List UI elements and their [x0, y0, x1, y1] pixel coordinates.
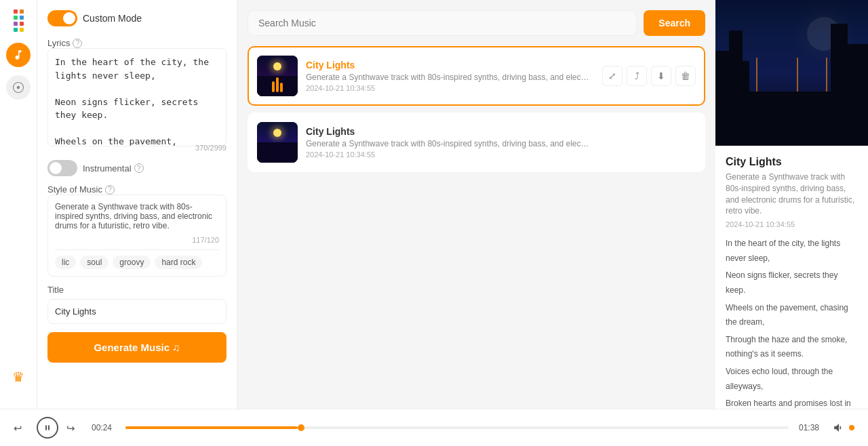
tag-hard-rock[interactable]: hard rock: [155, 256, 202, 269]
custom-mode-toggle: Custom Mode: [47, 10, 226, 26]
progress-bar[interactable]: [125, 426, 789, 429]
right-lyrics: In the heart of the city, the lights nev…: [726, 237, 858, 409]
instrumental-help-icon[interactable]: ?: [134, 163, 144, 173]
lyric-line-1: In the heart of the city, the lights nev…: [726, 237, 858, 266]
svg-text:↩: ↩: [14, 423, 22, 434]
instrumental-label: Instrumental ?: [83, 163, 144, 174]
track-thumb-1: [257, 56, 298, 96]
track-info-1: City Lights Generate a Synthwave track w…: [306, 60, 594, 92]
svg-rect-4: [48, 426, 50, 430]
style-tags: lic soul groovy hard rock: [55, 249, 219, 269]
lyric-line-6: Broken hearts and promises lost in the: [726, 397, 858, 409]
lyric-line-2: Neon signs flicker, secrets they keep.: [726, 268, 858, 298]
lyrics-input[interactable]: In the heart of the city, the lights nev…: [47, 48, 226, 146]
style-text: Generate a Synthwave track with 80s-insp…: [55, 202, 212, 230]
left-panel: Custom Mode Lyrics ? In the heart of the…: [37, 0, 237, 409]
track-thumb-2: [257, 122, 298, 163]
progress-dot: [298, 424, 304, 431]
lyrics-label: Lyrics ?: [47, 38, 226, 48]
right-panel: City Lights Generate a Synthwave track w…: [715, 0, 868, 409]
svg-rect-3: [45, 426, 47, 430]
instrumental-switch[interactable]: [47, 160, 77, 176]
track-date-2: 2024-10-21 10:34:55: [306, 150, 696, 159]
lyrics-help-icon[interactable]: ?: [73, 39, 82, 48]
title-section: Title: [47, 285, 226, 324]
lyric-line-3: Wheels on the pavement, chasing the drea…: [726, 301, 858, 330]
style-label: Style of Music ?: [47, 184, 226, 195]
right-track-date: 2024-10-21 10:34:55: [726, 220, 858, 228]
title-input[interactable]: [47, 299, 226, 324]
tag-soul[interactable]: soul: [80, 256, 108, 269]
expand-icon[interactable]: ⤢: [602, 66, 623, 86]
search-button[interactable]: Search: [644, 10, 705, 36]
track-title-1: City Lights: [306, 60, 594, 70]
style-section: Style of Music ? Generate a Synthwave tr…: [47, 184, 226, 277]
app-logo: [11, 7, 26, 35]
right-track-title: City Lights: [726, 156, 858, 168]
track-card-2[interactable]: City Lights Generate a Synthwave track w…: [248, 113, 705, 172]
rewind-button[interactable]: ↩: [14, 420, 28, 435]
volume-area: [833, 422, 854, 434]
title-label: Title: [47, 285, 226, 295]
vinyl-icon[interactable]: [6, 75, 31, 100]
cover-image: [715, 0, 868, 146]
volume-dot: [849, 425, 854, 430]
delete-icon[interactable]: 🗑: [675, 66, 696, 86]
style-music-box[interactable]: Generate a Synthwave track with 80s-insp…: [47, 195, 226, 277]
time-total: 01:38: [799, 423, 823, 432]
search-bar: Search: [248, 10, 705, 36]
svg-text:↪: ↪: [66, 423, 75, 434]
right-track-desc: Generate a Synthwave track with 80s-insp…: [726, 171, 858, 217]
volume-icon[interactable]: [833, 422, 845, 434]
time-current: 00:24: [92, 423, 115, 432]
style-help-icon[interactable]: ?: [105, 185, 115, 195]
fast-forward-button[interactable]: ↪: [66, 420, 81, 435]
right-content: City Lights Generate a Synthwave track w…: [715, 146, 868, 409]
tag-lic[interactable]: lic: [55, 256, 76, 269]
bottom-player: ↩ ↪ 00:24 01:38: [0, 409, 868, 446]
track-desc-1: Generate a Synthwave track with 80s-insp…: [306, 73, 591, 82]
track-desc-2: Generate a Synthwave track with 80s-insp…: [306, 139, 591, 148]
middle-panel: Search City Lights Gen: [237, 0, 715, 409]
style-char-count: 117/120: [55, 236, 219, 244]
crown-icon: ♛: [12, 369, 24, 385]
track-list: City Lights Generate a Synthwave track w…: [248, 46, 705, 172]
instrumental-row: Instrumental ?: [47, 160, 226, 176]
custom-mode-switch[interactable]: [47, 10, 77, 26]
track-date-1: 2024-10-21 10:34:55: [306, 84, 594, 92]
lyric-line-4: Through the haze and the smoke, nothing'…: [726, 333, 858, 362]
generate-music-button[interactable]: Generate Music ♫: [47, 332, 226, 363]
track-info-2: City Lights Generate a Synthwave track w…: [306, 126, 696, 159]
custom-mode-label: Custom Mode: [83, 13, 142, 24]
lyrics-section: Lyrics ? In the heart of the city, the l…: [47, 38, 226, 152]
icon-sidebar: ♛: [0, 0, 37, 409]
player-controls: ↩ ↪: [14, 417, 81, 439]
progress-fill: [125, 426, 298, 429]
track-card-1[interactable]: City Lights Generate a Synthwave track w…: [248, 46, 705, 106]
svg-point-1: [17, 86, 20, 89]
share-icon[interactable]: ⤴: [627, 66, 647, 86]
tag-groovy[interactable]: groovy: [113, 256, 151, 269]
track-title-2: City Lights: [306, 126, 696, 137]
lyric-line-5: Voices echo loud, through the alleyways,: [726, 365, 858, 394]
track-actions-1: ⤢ ⤴ ⬇ 🗑: [602, 66, 696, 86]
play-pause-button[interactable]: [37, 417, 58, 439]
search-input[interactable]: [248, 10, 637, 36]
download-icon[interactable]: ⬇: [651, 66, 671, 86]
music-note-icon[interactable]: [6, 43, 31, 67]
